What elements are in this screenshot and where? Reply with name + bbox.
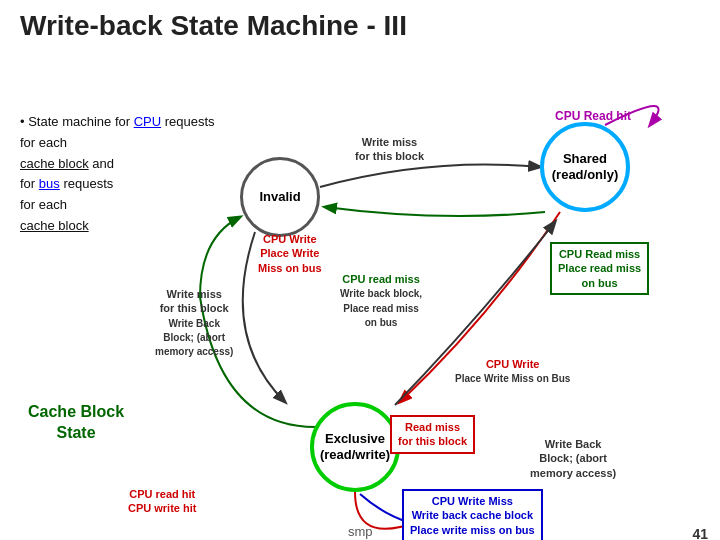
label-cpu-write-invalid: CPU WritePlace WriteMiss on bus	[258, 232, 322, 275]
label-cpu-read-miss-right: CPU Read missPlace read misson bus	[550, 242, 649, 295]
label-cpu-read-miss-left: CPU read miss Write back block,Place rea…	[340, 272, 422, 329]
bullet-text: State machine for CPU requests for each …	[15, 112, 225, 237]
label-write-miss-invalid: Write missfor this block	[355, 135, 424, 164]
state-shared: Shared(read/only)	[540, 122, 630, 212]
page-title: Write-back State Machine - III	[0, 0, 720, 42]
label-cache-block-state: Cache BlockState	[28, 402, 124, 444]
label-cpu-read-hit: CPU Read hit	[555, 109, 631, 125]
slide-number: 41	[692, 526, 708, 540]
label-read-miss-for-block: Read missfor this block	[390, 415, 475, 454]
label-write-back-abort-right: Write BackBlock; (abortmemory access)	[530, 437, 616, 480]
label-cpu-write-miss-bottom: CPU Write MissWrite back cache blockPlac…	[402, 489, 543, 540]
label-write-back-abort: Write missfor this block Write BackBlock…	[155, 287, 233, 358]
label-cpu-write-right: CPU Write Place Write Miss on Bus	[455, 357, 570, 386]
slide-container: State machine for CPU requests for each …	[0, 47, 720, 540]
state-invalid: Invalid	[240, 157, 320, 237]
smp-label: smp	[348, 524, 373, 539]
label-cpu-read-write-hit: CPU read hitCPU write hit	[128, 487, 196, 516]
state-exclusive: Exclusive(read/write)	[310, 402, 400, 492]
